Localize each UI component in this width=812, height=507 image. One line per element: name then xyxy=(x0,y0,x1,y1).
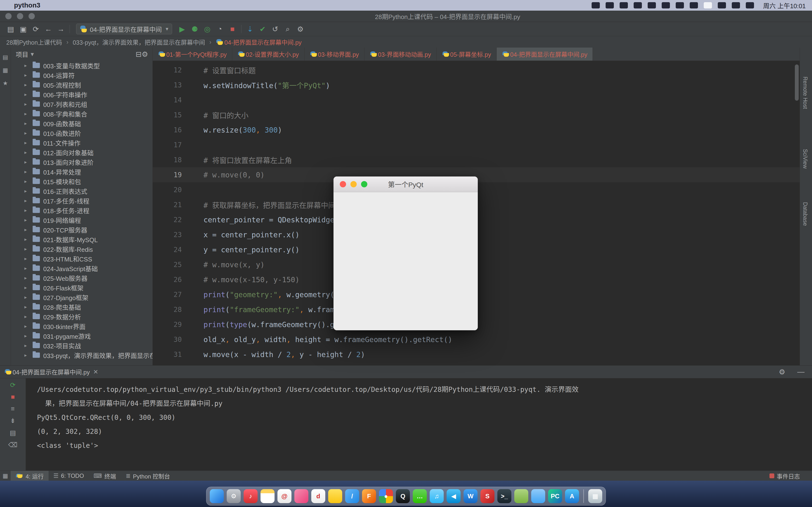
pyqt-titlebar[interactable]: 第一个PyQt xyxy=(334,176,478,192)
menubar-status-icon-10[interactable] xyxy=(732,2,740,8)
structure-toolwindow-icon[interactable]: ▦ xyxy=(3,67,8,74)
chevron-right-icon[interactable]: ▸ xyxy=(24,188,33,194)
chevron-right-icon[interactable]: ▸ xyxy=(24,314,33,320)
code-line[interactable]: 30old_x, old_y, width, height = w.frameG… xyxy=(153,332,800,347)
menubar-status-icon-6[interactable] xyxy=(676,2,684,8)
menubar-status-icon-2[interactable] xyxy=(620,2,628,8)
menubar-status-icon-3[interactable] xyxy=(633,2,642,8)
project-tree-item[interactable]: ▸009-函数基础 xyxy=(11,119,152,128)
dock-item-blue-app[interactable] xyxy=(531,489,545,503)
project-tree-item[interactable]: ▸024-JavaScript基础 xyxy=(11,264,152,273)
dock-item-finder[interactable] xyxy=(210,489,224,503)
dock-item-trash[interactable]: ▦ xyxy=(588,489,602,503)
stop-icon[interactable]: ■ xyxy=(226,25,239,33)
minimize-icon[interactable]: — xyxy=(795,368,807,376)
chevron-right-icon[interactable]: ▸ xyxy=(24,285,33,290)
chevron-right-icon[interactable]: ▸ xyxy=(24,352,33,358)
dock-item-green-app[interactable] xyxy=(514,489,528,503)
project-tree-item[interactable]: ▸033-pyqt，演示界面效果，把界面显示在屏幕中间 xyxy=(11,350,152,360)
event-log-button[interactable]: 事件日志 xyxy=(765,472,805,480)
database-toolwindow-tab[interactable]: Database xyxy=(802,202,808,226)
chevron-right-icon[interactable]: ▸ xyxy=(24,140,33,146)
dock-item-terminal[interactable]: >_ xyxy=(497,489,511,503)
project-tree-item[interactable]: ▸031-pygame游戏 xyxy=(11,331,152,341)
editor-tab[interactable]: 04-把界面显示在屏幕中间.py xyxy=(497,48,593,61)
editor-tab[interactable]: 01-第一个PyQt程序.py xyxy=(153,48,232,61)
chevron-right-icon[interactable]: ▸ xyxy=(24,169,33,175)
menubar-status-icon-5[interactable] xyxy=(662,2,670,8)
run-icon[interactable]: ▶ xyxy=(176,25,189,33)
profiler-icon[interactable]: ◔ xyxy=(214,25,226,33)
dock-item-chrome[interactable]: ● xyxy=(379,489,393,503)
toolwindow-button--[interactable]: ⌨终端 xyxy=(89,471,121,481)
chevron-right-icon[interactable]: ▸ xyxy=(24,150,33,155)
dock-item-wechat[interactable]: … xyxy=(413,489,427,503)
project-tree-item[interactable]: ▸023-HTML和CSS xyxy=(11,254,152,264)
dock-item-pycharm[interactable]: PC xyxy=(548,489,562,503)
save-all-icon[interactable]: ▣ xyxy=(17,25,30,33)
pyqt-app-window[interactable]: 第一个PyQt xyxy=(334,176,478,330)
menubar-status-icon-7[interactable] xyxy=(690,2,698,8)
dock-item-notes[interactable] xyxy=(260,489,274,503)
chevron-right-icon[interactable]: ▸ xyxy=(24,62,33,68)
restore-layout-icon[interactable]: ≡ xyxy=(11,405,15,412)
project-tree-item[interactable]: ▸030-tkinter界面 xyxy=(11,321,152,331)
project-tree-item[interactable]: ▸008-字典和集合 xyxy=(11,109,152,119)
dock-item-word[interactable]: W xyxy=(463,489,477,503)
forward-icon[interactable]: → xyxy=(55,25,67,33)
project-tree-item[interactable]: ▸012-面向对象基础 xyxy=(11,148,152,157)
toolwindow-button-python-[interactable]: ≣Python 控制台 xyxy=(121,471,175,481)
project-tree-item[interactable]: ▸025-Web服务器 xyxy=(11,273,152,283)
project-tree-item[interactable]: ▸021-数据库-MySQL xyxy=(11,234,152,244)
dock-item-sogou-input[interactable]: S xyxy=(480,489,495,503)
chevron-right-icon[interactable]: ▸ xyxy=(24,275,33,281)
project-tree-item[interactable]: ▸028-爬虫基础 xyxy=(11,302,152,312)
close-icon[interactable]: ✕ xyxy=(93,369,98,376)
chevron-right-icon[interactable]: ▸ xyxy=(24,256,33,262)
project-tree-item[interactable]: ▸027-Django框架 xyxy=(11,292,152,302)
minimize-window-button[interactable] xyxy=(17,13,23,19)
project-tree-item[interactable]: ▸004-运算符 xyxy=(11,70,152,80)
menubar-status-icon-1[interactable] xyxy=(606,2,614,8)
toolwindow-button-4-[interactable]: 4: 运行 xyxy=(11,471,49,481)
debug-icon[interactable]: ⚈ xyxy=(189,25,201,33)
editor-tab[interactable]: 02-设置界面大小.py xyxy=(232,48,304,61)
project-panel-header[interactable]: 项目 ▾ ⊟⚙ xyxy=(11,48,152,61)
chevron-right-icon[interactable]: ▸ xyxy=(24,120,33,126)
menubar-status-icon-11[interactable] xyxy=(746,2,754,8)
chevron-right-icon[interactable]: ▸ xyxy=(24,198,33,204)
print-icon[interactable]: ▤ xyxy=(10,429,16,437)
project-tree-item[interactable]: ▸018-多任务-进程 xyxy=(11,206,152,215)
collapse-all-icon[interactable]: ⊟ xyxy=(136,50,142,58)
project-tree-item[interactable]: ▸005-流程控制 xyxy=(11,80,152,90)
chevron-right-icon[interactable]: ▸ xyxy=(24,217,33,223)
chevron-right-icon[interactable]: ▸ xyxy=(24,101,33,107)
chevron-right-icon[interactable]: ▸ xyxy=(24,130,33,136)
chevron-right-icon[interactable]: ▸ xyxy=(24,227,33,232)
scroll-to-end-icon[interactable]: ⇟ xyxy=(10,417,16,425)
project-tree-item[interactable]: ▸032-项目实战 xyxy=(11,341,152,350)
run-tab[interactable]: 04-把界面显示在屏幕中间.py ✕ xyxy=(0,365,102,378)
chevron-right-icon[interactable]: ▸ xyxy=(24,92,33,97)
dock-item-system-preferences[interactable]: ⚙ xyxy=(227,489,241,503)
chevron-right-icon[interactable]: ▸ xyxy=(24,159,33,165)
chevron-right-icon[interactable]: ▸ xyxy=(24,304,33,310)
project-tree-item[interactable]: ▸007-列表和元组 xyxy=(11,99,152,109)
favorites-toolwindow-icon[interactable]: ★ xyxy=(3,80,8,87)
project-toolwindow-icon[interactable]: ▤ xyxy=(3,54,8,61)
dock-item-yellow-app[interactable] xyxy=(328,489,342,503)
menubar-status-icon-4[interactable] xyxy=(648,2,656,8)
project-tree-item[interactable]: ▸016-正则表达式 xyxy=(11,186,152,196)
code-line[interactable]: 31w.move(x - width / 2, y - height / 2) xyxy=(153,347,800,362)
menubar-status-icon-9[interactable] xyxy=(718,2,726,8)
open-icon[interactable]: ▤ xyxy=(4,25,17,33)
panel-settings-icon[interactable]: ⚙ xyxy=(142,50,148,58)
chevron-right-icon[interactable]: ▸ xyxy=(24,323,33,329)
sync-icon[interactable]: ⟳ xyxy=(30,25,42,33)
project-tree-item[interactable]: ▸020-TCP服务器 xyxy=(11,225,152,234)
dock-item-bilibili[interactable]: / xyxy=(345,489,359,503)
menubar-clock[interactable]: 周六 上午10:01 xyxy=(763,1,806,10)
chevron-right-icon[interactable]: ▸ xyxy=(24,72,33,78)
dock-item-qq-music[interactable]: ♫ xyxy=(430,489,444,503)
code-line[interactable]: 15# 窗口的大小 xyxy=(153,107,800,122)
